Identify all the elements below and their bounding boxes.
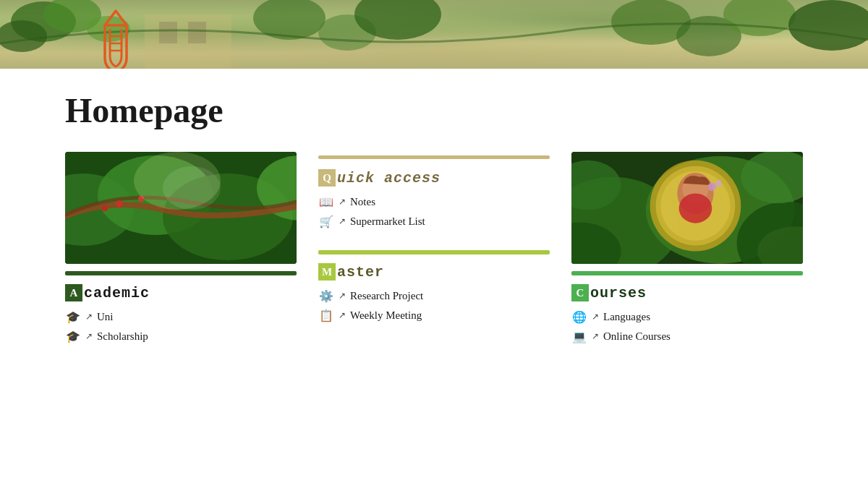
left-image-card bbox=[65, 152, 297, 264]
academic-section: A cademic 🎓 ↗ Uni 🎓 ↗ Scholarship bbox=[65, 271, 297, 343]
languages-link[interactable]: 🌐 ↗ Languages bbox=[571, 310, 803, 324]
scholarship-label: Scholarship bbox=[97, 330, 148, 343]
academic-uni-link[interactable]: 🎓 ↗ Uni bbox=[65, 310, 297, 324]
right-column: C ourses 🌐 ↗ Languages 💻 ↗ Online Course… bbox=[571, 152, 803, 349]
courses-letter: C bbox=[571, 284, 589, 301]
master-title: aster bbox=[337, 264, 384, 281]
svg-rect-13 bbox=[159, 22, 177, 43]
master-letter: M bbox=[318, 263, 336, 281]
right-image-card bbox=[571, 152, 803, 264]
svg-point-21 bbox=[116, 200, 123, 207]
supermarket-icon: 🛒 bbox=[318, 215, 334, 228]
research-arrow: ↗ bbox=[339, 291, 346, 301]
languages-arrow: ↗ bbox=[592, 312, 599, 322]
academic-bar bbox=[65, 271, 297, 275]
notes-label: Notes bbox=[350, 196, 375, 208]
quick-access-bar bbox=[318, 155, 550, 159]
academic-letter: A bbox=[65, 284, 82, 301]
svg-rect-14 bbox=[188, 22, 206, 43]
page-title: Homepage bbox=[65, 90, 803, 130]
header-banner bbox=[0, 0, 868, 69]
research-label: Research Project bbox=[350, 290, 423, 302]
svg-point-40 bbox=[708, 183, 716, 191]
online-courses-label: Online Courses bbox=[603, 330, 671, 343]
content-grid: A cademic 🎓 ↗ Uni 🎓 ↗ Scholarship bbox=[65, 152, 803, 349]
uni-label: Uni bbox=[97, 311, 114, 323]
left-column: A cademic 🎓 ↗ Uni 🎓 ↗ Scholarship bbox=[65, 152, 297, 349]
notes-link[interactable]: 📖 ↗ Notes bbox=[318, 195, 550, 209]
supermarket-arrow: ↗ bbox=[339, 216, 346, 227]
svg-point-41 bbox=[715, 180, 722, 187]
svg-point-23 bbox=[102, 205, 108, 211]
scholarship-icon: 🎓 bbox=[65, 330, 81, 343]
quick-access-block: Q uick access 📖 ↗ Notes 🛒 ↗ Supermarket … bbox=[318, 152, 550, 228]
supermarket-link[interactable]: 🛒 ↗ Supermarket List bbox=[318, 215, 550, 228]
languages-label: Languages bbox=[603, 311, 650, 323]
uni-arrow: ↗ bbox=[85, 312, 93, 322]
courses-title-row: C ourses bbox=[571, 284, 803, 301]
academic-title-row: A cademic bbox=[65, 284, 297, 301]
meeting-arrow: ↗ bbox=[339, 310, 346, 321]
notes-icon: 📖 bbox=[318, 195, 334, 209]
quick-letter: Q bbox=[318, 169, 336, 187]
online-courses-arrow: ↗ bbox=[592, 331, 599, 342]
weekly-meeting-link[interactable]: 📋 ↗ Weekly Meeting bbox=[318, 309, 550, 322]
middle-column: Q uick access 📖 ↗ Notes 🛒 ↗ Supermarket … bbox=[318, 152, 550, 349]
online-courses-link[interactable]: 💻 ↗ Online Courses bbox=[571, 330, 803, 343]
quick-access-title-row: Q uick access bbox=[318, 169, 550, 187]
svg-point-25 bbox=[163, 166, 221, 210]
supermarket-label: Supermarket List bbox=[350, 215, 425, 228]
research-project-link[interactable]: ⚙️ ↗ Research Project bbox=[318, 289, 550, 303]
main-content: Homepage bbox=[0, 69, 868, 371]
research-icon: ⚙️ bbox=[318, 289, 334, 303]
academic-title: cademic bbox=[84, 285, 150, 301]
logo-area bbox=[94, 7, 137, 69]
quick-access-title: uick access bbox=[337, 170, 441, 187]
notes-arrow: ↗ bbox=[339, 197, 346, 207]
scholarship-arrow: ↗ bbox=[85, 331, 93, 342]
languages-icon: 🌐 bbox=[571, 310, 587, 324]
online-courses-icon: 💻 bbox=[571, 330, 587, 343]
academic-scholarship-link[interactable]: 🎓 ↗ Scholarship bbox=[65, 330, 297, 343]
master-bar bbox=[318, 250, 550, 254]
meeting-icon: 📋 bbox=[318, 309, 334, 322]
master-section: M aster ⚙️ ↗ Research Project 📋 ↗ Weekly… bbox=[318, 250, 550, 322]
courses-title: ourses bbox=[590, 285, 647, 301]
courses-section: C ourses 🌐 ↗ Languages 💻 ↗ Online Course… bbox=[571, 271, 803, 343]
app-logo bbox=[94, 7, 137, 69]
courses-bar bbox=[571, 271, 803, 275]
svg-point-35 bbox=[679, 194, 712, 223]
meeting-label: Weekly Meeting bbox=[350, 309, 422, 322]
master-title-row: M aster bbox=[318, 263, 550, 281]
uni-icon: 🎓 bbox=[65, 310, 81, 324]
